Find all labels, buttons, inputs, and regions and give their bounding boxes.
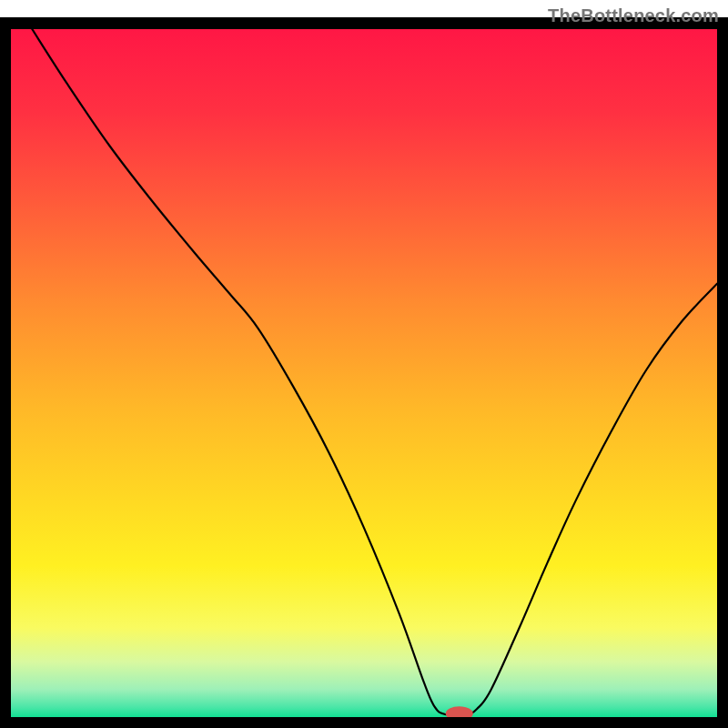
bottleneck-chart — [0, 0, 728, 728]
attribution-text: TheBottleneck.com — [548, 5, 719, 26]
chart-container: TheBottleneck.com — [0, 0, 728, 728]
gradient-background — [11, 29, 717, 717]
